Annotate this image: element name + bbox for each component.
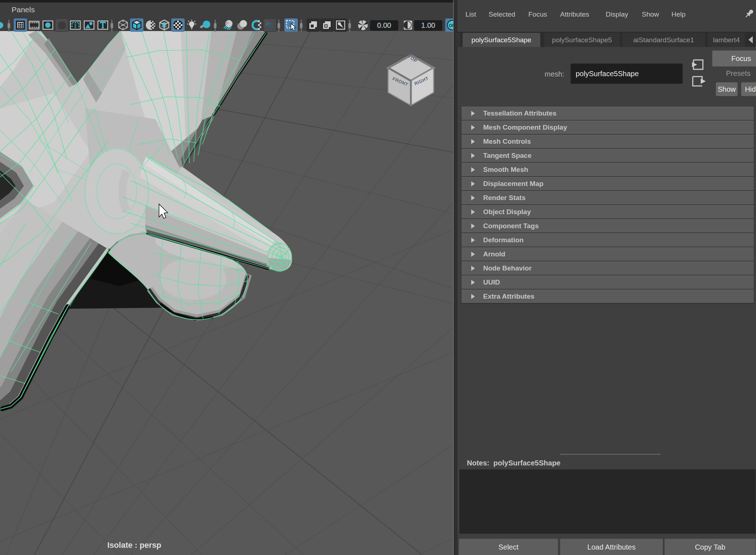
svg-text:Isolate : persp: Isolate : persp bbox=[107, 541, 161, 550]
